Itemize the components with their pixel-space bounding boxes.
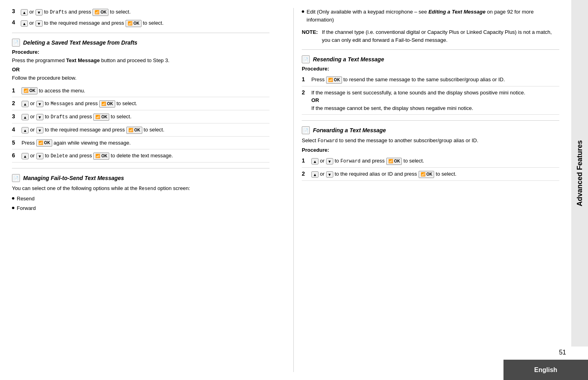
ok-button-icon: 📶 OK [93,114,109,121]
bottom-bar: English [503,360,588,380]
note-label: NOTE: [302,28,318,44]
procedure-text: Press the programmed Text Message button… [12,57,269,65]
doc-icon: 📄 [12,39,20,47]
step-body: If the message is sent successfully, a t… [311,89,559,112]
procedure-label-resend: Procedure: [302,66,559,72]
step-body: ▲ or ▼ to Messages and press 📶 OK to sel… [22,100,269,108]
step-number: 3 [12,8,18,14]
section-intro: You can select one of the following opti… [12,184,269,192]
side-tab: Advanced Features [571,0,588,347]
step-number: 4 [12,19,18,25]
step-body: ▲ or ▼ to the required message and press… [21,19,269,27]
step-body: Press 📶 OK to resend the same message to… [311,76,559,84]
mono-messages: Messages [51,101,74,107]
bullet-dot [12,197,14,200]
section-title-forward: Forwarding a Text Message [313,127,386,133]
step-body: ▲ or ▼ to Forward and press 📶 OK to sele… [311,157,559,165]
ok-button-icon: 📶 OK [22,87,37,94]
step-number: 1 [12,87,18,94]
section-heading-delete: 📄 Deleting a Saved Text Message from Dra… [12,39,269,47]
bullet-edit: Edit (Only available with a keypad micro… [302,8,559,24]
bullet-text: Resend [17,195,35,203]
ok-button-icon: 📶 OK [36,139,52,147]
forward-intro: Select Forward to send the message to an… [302,137,559,145]
follow-text: Follow the procedure below. [12,74,269,82]
resend-step-1: 1 Press 📶 OK to resend the same message … [302,73,559,86]
arrow-up-icon: ▲ [22,101,29,107]
step-2: 2 ▲ or ▼ to Messages and press 📶 OK to s… [12,97,269,110]
ok-button-icon: 📶 OK [92,9,108,16]
procedure-label-forward: Procedure: [302,147,559,153]
step-number: 2 [12,100,18,106]
mono-delete: Delete [51,153,68,159]
page-number: 51 [559,349,566,356]
step-number: 2 [302,170,308,177]
bullet-dot-2 [12,207,14,209]
step-body: ▲ or ▼ to Drafts and press 📶 OK to selec… [21,8,269,16]
ok-button-icon: 📶 OK [126,127,142,134]
arrow-up-icon: ▲ [311,158,319,165]
arrow-up-icon: ▲ [22,114,29,120]
intro-step-4: 4 ▲ or ▼ to the required message and pre… [12,19,269,27]
ok-button-icon: 📶 OK [386,158,402,165]
arrow-down-icon: ▼ [36,153,43,159]
doc-icon-forward: 📄 [302,126,310,134]
arrow-down-icon: ▼ [36,114,43,120]
bullet-forward: Forward [12,204,269,212]
section-title-2: Managing Fail-to-Send Text Messages [23,175,124,181]
arrow-up-icon: ▲ [311,171,319,178]
bullet-edit-text: Edit (Only available with a keypad micro… [307,8,559,24]
ok-button-icon: 📶 OK [419,171,435,178]
section-heading-forward: 📄 Forwarding a Text Message [302,126,559,134]
arrow-down-icon: ▼ [326,171,333,178]
note-text: If the channel type (i.e. conventional d… [322,28,559,44]
side-tab-text: Advanced Features [576,140,584,206]
mono-text: Drafts [50,10,67,15]
step-body: ▲ or ▼ to Drafts and press 📶 OK to selec… [22,113,269,121]
intro-step-3: 3 ▲ or ▼ to Drafts and press 📶 OK to sel… [12,8,269,16]
step-number: 5 [12,139,18,146]
section-title-resend: Resending a Text Message [313,56,384,63]
section-heading-resend: 📄 Resending a Text Message [302,55,559,63]
left-column: 3 ▲ or ▼ to Drafts and press 📶 OK to sel… [12,8,277,372]
mono-resend: Resend [139,186,156,192]
step-number: 6 [12,152,18,159]
step-body: ▲ or ▼ to the required alias or ID and p… [311,170,559,178]
section-heading-failsend: 📄 Managing Fail-to-Send Text Messages [12,174,269,182]
step-4: 4 ▲ or ▼ to the required message and pre… [12,123,269,137]
section-divider-right [302,49,559,50]
arrow-down-icon: ▼ [35,20,43,27]
bullet-resend: Resend [12,195,269,203]
step-body: ▲ or ▼ to Delete and press 📶 OK to delet… [22,152,269,160]
step-number: 3 [12,113,18,119]
step-body: Press 📶 OK again while viewing the messa… [22,139,269,147]
arrow-up-icon: ▲ [22,127,29,133]
arrow-down-icon: ▼ [36,101,43,107]
arrow-up-icon: ▲ [22,153,29,159]
main-content: 3 ▲ or ▼ to Drafts and press 📶 OK to sel… [0,0,571,380]
mono-drafts: Drafts [51,114,68,120]
step-5: 5 Press 📶 OK again while viewing the mes… [12,137,269,150]
arrow-up-icon: ▲ [21,9,28,16]
step-body: 📶 OK to access the menu. [22,87,269,95]
step-3: 3 ▲ or ▼ to Drafts and press 📶 OK to sel… [12,110,269,123]
forward-step-1: 1 ▲ or ▼ to Forward and press 📶 OK to se… [302,155,559,168]
bottom-bar-text: English [534,366,557,374]
note-block: NOTE: If the channel type (i.e. conventi… [302,28,559,44]
page-container: 3 ▲ or ▼ to Drafts and press 📶 OK to sel… [0,0,588,380]
right-column: Edit (Only available with a keypad micro… [293,8,559,372]
arrow-up-icon: ▲ [21,20,28,27]
step-body: ▲ or ▼ to the required message and press… [22,126,269,134]
step-number: 2 [302,89,308,96]
mono-forward-target: Forward [340,159,360,164]
step-number: 1 [302,157,308,164]
bullet-dot-edit [302,10,304,13]
or-text: OR [12,67,269,72]
ok-button-icon: 📶 OK [93,153,109,160]
section-title: Deleting a Saved Text Message from Draft… [23,39,138,46]
ok-button-icon: 📶 OK [126,20,142,27]
arrow-down-icon: ▼ [36,127,43,133]
section-divider-2 [12,168,269,168]
step-6: 6 ▲ or ▼ to Delete and press 📶 OK to del… [12,149,269,163]
step-number: 4 [12,126,18,133]
